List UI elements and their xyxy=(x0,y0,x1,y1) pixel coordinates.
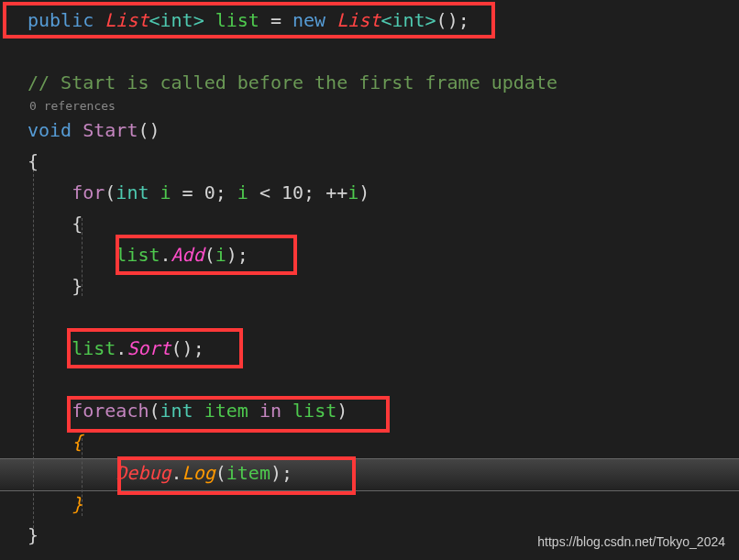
code-line[interactable]: foreach(int item in list) xyxy=(28,395,721,426)
watermark: https://blog.csdn.net/Tokyo_2024 xyxy=(537,534,725,549)
blank-line[interactable] xyxy=(28,36,721,67)
code-line[interactable]: { xyxy=(28,426,721,457)
code-line[interactable]: for(int i = 0; i < 10; ++i) xyxy=(28,177,721,208)
code-line[interactable]: void Start() xyxy=(28,115,721,146)
code-line[interactable]: } xyxy=(28,489,721,520)
comment-line[interactable]: // Start is called before the first fram… xyxy=(28,67,721,98)
code-line[interactable]: list.Sort(); xyxy=(28,333,721,364)
code-line[interactable]: Debug.Log(item); xyxy=(28,457,721,489)
code-line[interactable]: { xyxy=(28,208,721,239)
code-line[interactable]: public List<int> list = new List<int>(); xyxy=(28,5,721,36)
code-line[interactable]: { xyxy=(28,146,721,177)
code-line[interactable]: } xyxy=(28,270,721,302)
code-editor[interactable]: public List<int> list = new List<int>();… xyxy=(0,0,739,555)
blank-line[interactable] xyxy=(28,302,721,333)
code-line[interactable]: list.Add(i); xyxy=(28,239,721,270)
references-codelens[interactable]: 0 references xyxy=(28,98,721,115)
blank-line[interactable] xyxy=(28,364,721,395)
